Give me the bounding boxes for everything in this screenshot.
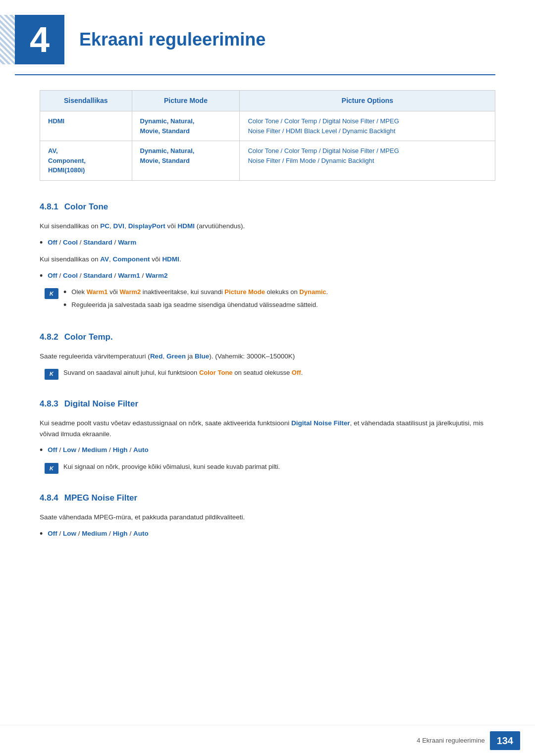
section-number-4-8-4: 4.8.4 xyxy=(40,492,58,504)
table-header-options: Picture Options xyxy=(240,91,495,111)
note-box-4-8-3: K Kui signaal on nõrk, proovige kõiki võ… xyxy=(40,462,495,474)
note-box-4-8-2: K Suvand on saadaval ainult juhul, kui f… xyxy=(40,368,495,380)
section-4-8-4-para-1: Saate vähendada MPEG-müra, et pakkuda pa… xyxy=(40,512,495,523)
bullet-list-4-8-1-b: • Off / Cool / Standard / Warm1 / Warm2 xyxy=(40,271,495,282)
section-heading-4-8-1: 4.8.1 Color Tone xyxy=(40,201,495,213)
list-item-text: Off / Low / Medium / High / Auto xyxy=(48,445,148,455)
main-content: Sisendallikas Picture Mode Picture Optio… xyxy=(0,75,535,585)
section-4-8-3-para-1: Kui seadme poolt vastu võetav edastussig… xyxy=(40,418,495,439)
feature-table: Sisendallikas Picture Mode Picture Optio… xyxy=(40,90,495,181)
table-cell-source-1: HDMI xyxy=(40,111,132,141)
bullet-list-4-8-1-a: • Off / Cool / Standard / Warm xyxy=(40,238,495,249)
list-item: • Off / Cool / Standard / Warm xyxy=(40,238,495,249)
note-box-4-8-1: K • Olek Warm1 või Warm2 inaktiveeritaks… xyxy=(40,287,495,312)
note-icon-2: K xyxy=(45,369,58,380)
note-icon: K xyxy=(45,288,58,299)
sub-note-item: • Reguleerida ja salvestada saab iga sea… xyxy=(63,300,328,311)
table-header-mode: Picture Mode xyxy=(132,91,240,111)
note-icon-3: K xyxy=(45,463,58,474)
bullet-list-4-8-3: • Off / Low / Medium / High / Auto xyxy=(40,445,495,456)
section-number-4-8-3: 4.8.3 xyxy=(40,398,58,410)
list-item-text: Off / Low / Medium / High / Auto xyxy=(48,529,148,539)
chapter-number: 4 xyxy=(15,15,64,64)
text-pc: PC xyxy=(100,222,109,230)
table-cell-source-2: AV,Component,HDMI(1080i) xyxy=(40,141,132,181)
bullet-dot: • xyxy=(63,287,66,298)
page-header: 4 Ekraani reguleerimine xyxy=(0,0,535,74)
bullet-dot: • xyxy=(40,271,43,282)
text-hdmi-2: HDMI xyxy=(162,255,179,263)
text-displayport: DisplayPort xyxy=(128,222,165,230)
table-row: AV,Component,HDMI(1080i) Dynamic, Natura… xyxy=(40,141,495,181)
table-header-source: Sisendallikas xyxy=(40,91,132,111)
section-number-4-8-2: 4.8.2 xyxy=(40,331,58,344)
section-heading-4-8-2: 4.8.2 Color Temp. xyxy=(40,331,495,344)
list-item: • Off / Low / Medium / High / Auto xyxy=(40,445,495,456)
list-item: • Off / Low / Medium / High / Auto xyxy=(40,529,495,540)
chapter-title: Ekraani reguleerimine xyxy=(79,26,266,53)
text-dvi: DVI xyxy=(113,222,125,230)
note-content: • Olek Warm1 või Warm2 inaktiveeritakse,… xyxy=(63,287,328,312)
section-4-8-1-para-2: Kui sisendallikas on AV, Component või H… xyxy=(40,254,495,265)
list-item-text: Off / Cool / Standard / Warm1 / Warm2 xyxy=(48,271,167,281)
table-cell-options-1: Color Tone / Color Temp / Digital Noise … xyxy=(240,111,495,141)
bullet-dot: • xyxy=(40,529,43,540)
note-text: Olek Warm1 või Warm2 inaktiveeritakse, k… xyxy=(71,287,328,297)
section-number-4-8-1: 4.8.1 xyxy=(40,201,58,213)
section-title-4-8-2: Color Temp. xyxy=(64,331,113,344)
bullet-dot: • xyxy=(63,300,66,311)
chapter-number-text: 4 xyxy=(30,13,50,66)
section-4-8-1-para-1: Kui sisendallikas on PC, DVI, DisplayPor… xyxy=(40,221,495,232)
note-text-2: Reguleerida ja salvestada saab iga seadm… xyxy=(71,300,318,310)
section-heading-4-8-4: 4.8.4 MPEG Noise Filter xyxy=(40,492,495,504)
table-cell-mode-2: Dynamic, Natural,Movie, Standard xyxy=(132,141,240,181)
text-component: Component xyxy=(113,255,150,263)
note-text-4-8-3: Kui signaal on nõrk, proovige kõiki võim… xyxy=(63,462,280,472)
footer-chapter-text: 4 Ekraani reguleerimine xyxy=(417,736,484,746)
table-row: HDMI Dynamic, Natural,Movie, Standard Co… xyxy=(40,111,495,141)
text-hdmi-1: HDMI xyxy=(177,222,195,230)
section-heading-4-8-3: 4.8.3 Digital Noise Filter xyxy=(40,398,495,410)
section-title-4-8-4: MPEG Noise Filter xyxy=(64,492,137,504)
section-4-8-2-para-1: Saate reguleerida värvitemperatuuri (Red… xyxy=(40,351,495,362)
note-text-4-8-2: Suvand on saadaval ainult juhul, kui fun… xyxy=(63,368,303,378)
table-cell-mode-1: Dynamic, Natural,Movie, Standard xyxy=(132,111,240,141)
list-item-text: Off / Cool / Standard / Warm xyxy=(48,238,136,248)
table-cell-options-2: Color Tone / Color Temp / Digital Noise … xyxy=(240,141,495,181)
sub-note-item: • Olek Warm1 või Warm2 inaktiveeritakse,… xyxy=(63,287,328,298)
section-title-4-8-1: Color Tone xyxy=(64,201,108,213)
bullet-list-4-8-4: • Off / Low / Medium / High / Auto xyxy=(40,529,495,540)
page-footer: 4 Ekraani reguleerimine 134 xyxy=(0,725,535,756)
bullet-dot: • xyxy=(40,238,43,249)
footer-page-number: 134 xyxy=(490,731,520,750)
text-av: AV xyxy=(100,255,109,263)
list-item: • Off / Cool / Standard / Warm1 / Warm2 xyxy=(40,271,495,282)
note-sub-list: • Olek Warm1 või Warm2 inaktiveeritakse,… xyxy=(63,287,328,310)
section-title-4-8-3: Digital Noise Filter xyxy=(64,398,138,410)
bullet-dot: • xyxy=(40,445,43,456)
